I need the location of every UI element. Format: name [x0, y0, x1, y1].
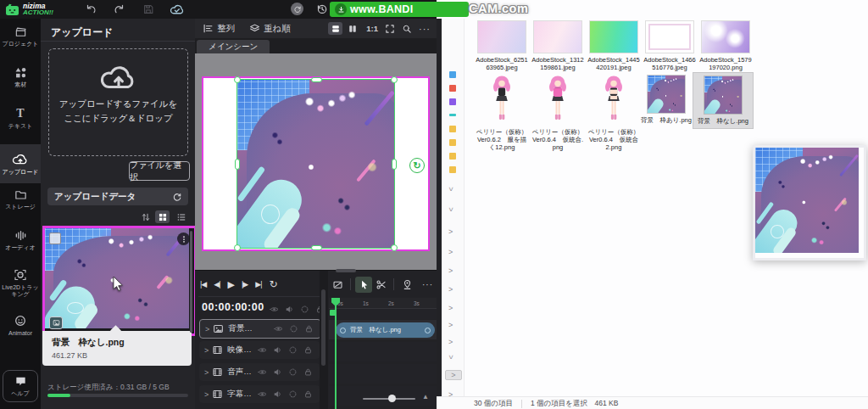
timeline-lane-subtitle[interactable]: [329, 386, 437, 406]
file-item[interactable]: AdobeStock_625163965.jpeg: [475, 20, 529, 71]
nav-expand-icon-selected[interactable]: >: [445, 370, 462, 380]
artboard[interactable]: ↻: [202, 76, 430, 251]
lock-icon[interactable]: [303, 345, 313, 355]
resize-handle-se[interactable]: [391, 244, 398, 251]
timeline-lane-group[interactable]: [329, 309, 437, 319]
nav-expand-icon[interactable]: >: [448, 338, 453, 346]
chevron-right-icon[interactable]: >: [205, 325, 209, 333]
nav-folder-icon[interactable]: [449, 166, 456, 173]
nav-mini-icon[interactable]: [449, 98, 456, 105]
nav-expand-icon[interactable]: >: [448, 248, 453, 256]
nav-expand-icon[interactable]: >: [448, 321, 453, 329]
undo-icon[interactable]: [85, 3, 97, 15]
marker-tool-button[interactable]: [398, 277, 415, 293]
resize-handle-nw[interactable]: [234, 76, 241, 83]
help-button[interactable]: ヘルプ: [3, 370, 38, 402]
chevron-right-icon[interactable]: >: [204, 346, 209, 355]
slider-thumb[interactable]: [388, 395, 396, 402]
file-item[interactable]: AdobeStock_1445420191.jpeg: [587, 20, 641, 71]
grid-view-button[interactable]: [155, 210, 170, 223]
file-item[interactable]: AdobeStock_1312159861.jpeg: [531, 20, 585, 71]
sort-icon[interactable]: [141, 212, 151, 222]
sidebar-item-storage[interactable]: ストレージ: [0, 188, 41, 210]
skip-start-button[interactable]: |◀: [200, 280, 206, 289]
speaker-icon[interactable]: [285, 305, 294, 314]
speaker-icon[interactable]: [273, 367, 282, 377]
zoom-ratio-button[interactable]: 1:1: [366, 24, 378, 33]
nav-collapse-icon[interactable]: >: [448, 205, 453, 214]
resize-handle-n[interactable]: [311, 77, 322, 82]
sidebar-item-project[interactable]: プロジェクト: [0, 25, 41, 48]
cloud-synced-icon[interactable]: [170, 3, 184, 15]
loop-circle-icon[interactable]: [288, 367, 298, 377]
split-vertical-button[interactable]: [345, 22, 359, 35]
thumbnail-kebab-menu[interactable]: [177, 233, 190, 245]
tab-main-scene[interactable]: メインシーン: [197, 40, 270, 53]
sidebar-item-animator[interactable]: Animator: [0, 314, 41, 337]
nav-expand-icon[interactable]: >: [448, 304, 453, 312]
step-forward-button[interactable]: |▶: [242, 280, 248, 289]
play-button[interactable]: ▶: [228, 279, 234, 290]
save-icon[interactable]: [142, 3, 154, 15]
timeline-clip[interactable]: 背景 枠なし.png: [336, 322, 435, 338]
upload-dropzone[interactable]: アップロードするファイルを ここにドラッグ＆ドロップ: [48, 48, 188, 156]
sidebar-item-audio[interactable]: オーディオ: [0, 229, 41, 251]
resize-handle-e[interactable]: [392, 159, 397, 170]
file-item[interactable]: ペリリー（仮称）Ver0.6.4 仮統合.png: [531, 75, 585, 151]
file-item[interactable]: ペリリー（仮称）Ver0.6.4 仮統合 2.png: [587, 75, 641, 151]
chevron-right-icon[interactable]: >: [204, 368, 209, 377]
lock-icon[interactable]: [303, 389, 313, 399]
select-tool-button[interactable]: [355, 277, 372, 293]
nav-mini-icon[interactable]: [449, 114, 456, 116]
upload-thumbnail-card[interactable]: [42, 226, 197, 336]
resize-handle-w[interactable]: [235, 159, 240, 170]
eye-icon[interactable]: [258, 389, 267, 399]
history-icon[interactable]: [315, 3, 328, 15]
file-item[interactable]: AdobeStock_1466516776.jpeg: [643, 20, 697, 71]
cut-tool-button[interactable]: [372, 277, 389, 293]
select-file-button[interactable]: ファイルを選択: [129, 161, 190, 181]
search-zoom-icon[interactable]: [402, 24, 412, 34]
loop-button[interactable]: ↻: [270, 278, 278, 290]
align-button[interactable]: 整列: [203, 23, 235, 35]
refresh-icon[interactable]: [172, 192, 182, 202]
skip-end-button[interactable]: ▶|: [255, 280, 261, 289]
resize-handle-sw[interactable]: [234, 244, 241, 251]
resize-handle-s[interactable]: [311, 245, 322, 250]
splitter-handle[interactable]: [321, 289, 326, 366]
nav-folder-icon[interactable]: [449, 126, 456, 132]
timeline-ruler[interactable]: 0s 1s 2s 3s: [329, 298, 437, 309]
file-item-selected[interactable]: 背景 枠なし.png: [693, 72, 754, 129]
speaker-icon[interactable]: [273, 389, 282, 399]
track-row-audio[interactable]: > 音声…: [199, 363, 320, 381]
canvas-artwork[interactable]: [237, 80, 394, 248]
nav-folder-icon[interactable]: [449, 139, 456, 146]
nav-mini-icon[interactable]: [449, 71, 456, 78]
eye-icon[interactable]: [258, 367, 267, 377]
nav-folder-icon[interactable]: [449, 153, 456, 160]
file-item[interactable]: ペリリー（仮称）Ver0.6.2 服を描く12.png: [475, 75, 529, 151]
fit-screen-icon[interactable]: [385, 24, 395, 34]
lock-icon[interactable]: [304, 324, 314, 333]
sidebar-item-materials[interactable]: 素材: [0, 66, 41, 88]
slider-caret-icon[interactable]: ▲: [422, 393, 429, 401]
thumbnail-checkbox[interactable]: [49, 233, 61, 244]
panel-scrollbar[interactable]: [190, 231, 192, 333]
loop-circle-icon[interactable]: [288, 345, 298, 355]
list-view-button[interactable]: [174, 210, 188, 223]
track-row-video[interactable]: > 映像…: [199, 341, 320, 359]
track-row-subtitle[interactable]: > 字幕…: [199, 385, 320, 403]
keyframe-marker[interactable]: [330, 310, 336, 316]
nav-expand-icon[interactable]: >: [448, 227, 453, 236]
marquee-tool-button[interactable]: [329, 277, 346, 293]
redo-icon[interactable]: [114, 3, 125, 15]
more-options-icon[interactable]: ···: [419, 24, 431, 34]
loop-circle-icon[interactable]: [288, 389, 298, 399]
timeline-splitter[interactable]: [320, 271, 328, 409]
loop-circle-icon[interactable]: [289, 324, 298, 333]
nav-expand-icon[interactable]: >: [448, 266, 453, 275]
step-back-button[interactable]: ◀|: [214, 280, 220, 289]
sidebar-item-text[interactable]: T テキスト: [0, 107, 41, 130]
chevron-right-icon[interactable]: >: [204, 390, 209, 399]
canvas-viewport[interactable]: ↻: [195, 53, 437, 270]
